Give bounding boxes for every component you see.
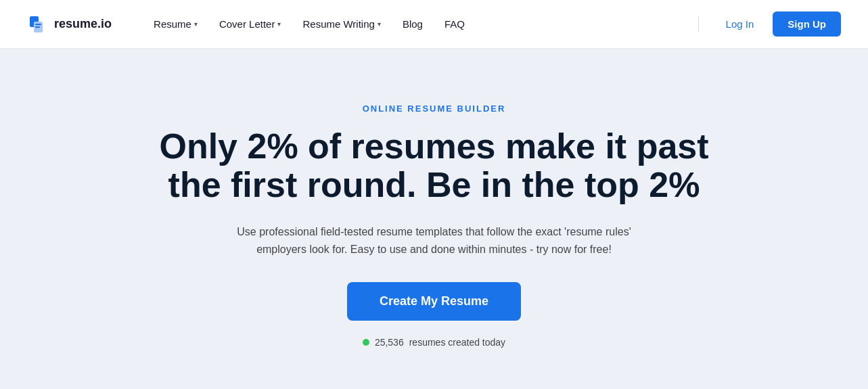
logo[interactable]: resume.io — [27, 14, 112, 35]
login-button[interactable]: Log In — [718, 13, 762, 35]
social-proof: 25,536 resumes created today — [363, 337, 505, 348]
nav-divider — [698, 16, 699, 32]
svg-rect-3 — [35, 24, 41, 25]
header-actions: Log In Sign Up — [690, 12, 841, 37]
nav-item-resume[interactable]: Resume ▾ — [144, 13, 207, 35]
nav-item-faq[interactable]: FAQ — [435, 13, 474, 35]
nav-faq-label: FAQ — [444, 18, 465, 30]
hero-section: ONLINE RESUME BUILDER Only 2% of resumes… — [0, 49, 868, 389]
chevron-down-icon: ▾ — [277, 20, 281, 28]
nav-item-blog[interactable]: Blog — [393, 13, 432, 35]
nav-item-cover-letter[interactable]: Cover Letter ▾ — [210, 13, 291, 35]
social-proof-count: 25,536 — [375, 337, 404, 348]
main-nav: Resume ▾ Cover Letter ▾ Resume Writing ▾… — [144, 13, 690, 35]
nav-cover-letter-label: Cover Letter — [219, 18, 275, 30]
nav-resume-label: Resume — [154, 18, 191, 30]
logo-icon — [27, 14, 49, 35]
social-proof-text: resumes created today — [409, 337, 505, 348]
online-indicator — [363, 339, 369, 346]
nav-item-resume-writing[interactable]: Resume Writing ▾ — [293, 13, 390, 35]
hero-subtext: Use professional field-tested resume tem… — [218, 223, 651, 258]
create-resume-button[interactable]: Create My Resume — [347, 282, 521, 321]
chevron-down-icon: ▾ — [378, 20, 381, 28]
logo-text: resume.io — [54, 17, 112, 31]
chevron-down-icon: ▾ — [194, 20, 198, 28]
svg-rect-4 — [35, 26, 40, 28]
nav-resume-writing-label: Resume Writing — [302, 18, 374, 30]
hero-eyebrow: ONLINE RESUME BUILDER — [363, 104, 506, 114]
signup-button[interactable]: Sign Up — [773, 12, 841, 37]
hero-headline: Only 2% of resumes make it past the firs… — [143, 127, 725, 204]
header: resume.io Resume ▾ Cover Letter ▾ Resume… — [0, 0, 868, 49]
nav-blog-label: Blog — [403, 18, 423, 30]
